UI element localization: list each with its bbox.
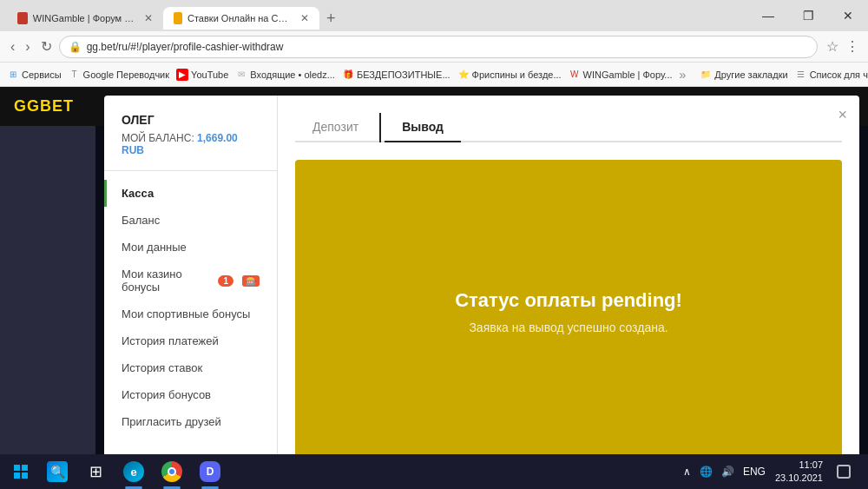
taskbar-up-arrow-icon[interactable]: ∧ xyxy=(681,466,694,478)
sidebar-casino-bonuses-label: Мои казино бонусы xyxy=(122,268,211,294)
new-tab-button[interactable]: + xyxy=(319,10,343,28)
bookmark-services[interactable]: ⊞ Сервисы xyxy=(7,69,62,81)
taskbar-search[interactable]: 🔍 xyxy=(38,454,76,489)
translate-icon: T xyxy=(69,69,81,81)
grid-icon: ⊞ xyxy=(7,69,19,81)
minimize-button[interactable]: — xyxy=(748,0,788,31)
modal-sidebar: ОЛЕГ МОЙ БАЛАНС: 1,669.00 RUB Касса Бала… xyxy=(104,96,278,480)
start-button[interactable] xyxy=(3,454,38,489)
bookmark-freespin[interactable]: ⭐ Фриспины и безде... xyxy=(457,69,562,81)
volume-icon[interactable]: 🔊 xyxy=(719,466,737,478)
sidebar-item-invite-friends[interactable]: Пригласить друзей xyxy=(104,408,277,435)
forward-button[interactable]: › xyxy=(22,37,33,56)
edge-icon: e xyxy=(123,461,144,482)
taskbar-notification-button[interactable] xyxy=(830,454,858,489)
taskbar-taskview[interactable]: ⊞ xyxy=(76,454,115,489)
bookmark-other-folders[interactable]: 📁 Другие закладки xyxy=(700,69,787,81)
bookmark-wingamble-label: WINGamble | Фору... xyxy=(583,69,673,80)
user-balance: МОЙ БАЛАНС: 1,669.00 RUB xyxy=(104,132,277,171)
bookmark-freespin-label: Фриспины и безде... xyxy=(472,69,562,80)
taskview-icon: ⊞ xyxy=(85,461,106,482)
sidebar-sport-bonuses-label: Мои спортивные бонусы xyxy=(122,307,250,320)
modal-body: ОЛЕГ МОЙ БАЛАНС: 1,669.00 RUB Касса Бала… xyxy=(104,96,859,480)
browser-chrome: WINGamble | Форум казино ✕ Ставки Онлайн… xyxy=(0,0,868,87)
sidebar-item-sport-bonuses[interactable]: Мои спортивные бонусы xyxy=(104,301,277,327)
window-controls: — ❐ ✕ xyxy=(748,0,868,31)
list-icon: ☰ xyxy=(795,69,807,81)
tab-deposit[interactable]: Депозит xyxy=(295,113,376,141)
address-text: gg.bet/ru/#!/player/profile-cashier-with… xyxy=(87,41,284,53)
sidebar-mydata-label: Мои данные xyxy=(122,241,187,254)
sidebar-bonus-history-label: История бонусов xyxy=(122,388,211,401)
wingamble-icon: W xyxy=(569,69,581,81)
bookmark-inbox[interactable]: ✉ Входящие • oledz... xyxy=(235,69,335,81)
youtube-icon: ▶ xyxy=(176,69,188,81)
cashier-modal: × ОЛЕГ МОЙ БАЛАНС: 1,669.00 RUB Касса Ба… xyxy=(104,96,859,480)
sidebar-item-bonus-history[interactable]: История бонусов xyxy=(104,381,277,408)
windows-logo-icon xyxy=(14,465,28,479)
taskbar: 🔍 ⊞ e D ∧ 🌐 🔊 ENG 11:07 23.10.2021 xyxy=(0,454,868,489)
mail-icon: ✉ xyxy=(235,69,247,81)
sidebar-invite-friends-label: Пригласить друзей xyxy=(122,415,221,428)
bookmark-services-label: Сервисы xyxy=(22,69,62,80)
browser-menu-button[interactable]: ⋮ xyxy=(844,36,861,56)
freespin-icon: ⭐ xyxy=(457,69,470,81)
nodepo-icon: 🎁 xyxy=(342,69,354,81)
bookmark-star-button[interactable]: ☆ xyxy=(825,36,840,56)
taskbar-discord[interactable]: D xyxy=(191,454,229,489)
casino-bonuses-badge: 1 xyxy=(218,275,233,287)
bookmark-other-label: Другие закладки xyxy=(714,69,787,80)
address-bar[interactable]: 🔒 gg.bet/ru/#!/player/profile-cashier-wi… xyxy=(59,36,818,58)
user-name: ОЛЕГ xyxy=(104,113,277,132)
close-button[interactable]: ✕ xyxy=(828,0,868,31)
bookmark-translate[interactable]: T Google Переводчик xyxy=(69,69,170,81)
maximize-button[interactable]: ❐ xyxy=(788,0,828,31)
tab-close-1[interactable]: ✕ xyxy=(144,12,153,24)
taskbar-clock[interactable]: 11:07 23.10.2021 xyxy=(772,459,826,486)
ggbet-logo: GGBET xyxy=(14,97,74,116)
network-icon[interactable]: 🌐 xyxy=(697,466,715,478)
bookmark-wingamble[interactable]: W WINGamble | Фору... xyxy=(569,69,673,81)
taskbar-chrome[interactable] xyxy=(153,454,191,489)
browser-action-buttons: ☆ ⋮ xyxy=(825,36,861,56)
sidebar-item-balance[interactable]: Баланс xyxy=(104,207,277,234)
taskbar-edge[interactable]: e xyxy=(115,454,153,489)
back-button[interactable]: ‹ xyxy=(7,37,18,56)
bookmark-reading-list[interactable]: ☰ Список для чтения xyxy=(795,69,868,81)
browser-tab-2[interactable]: Ставки Онлайн на Спорт и Киб... ✕ xyxy=(163,7,319,30)
taskbar-right: ∧ 🌐 🔊 ENG 11:07 23.10.2021 xyxy=(681,454,865,489)
bookmark-youtube[interactable]: ▶ YouTube xyxy=(176,69,228,81)
sidebar-item-casino-bonuses[interactable]: Мои казино бонусы 1 🎰 xyxy=(104,261,277,301)
browser-tab-1[interactable]: WINGamble | Форум казино ✕ xyxy=(7,7,163,30)
payment-status-area: Статус оплаты pending! Заявка на вывод у… xyxy=(295,160,842,463)
balance-label: МОЙ БАЛАНС: xyxy=(122,132,194,144)
tab-withdraw[interactable]: Вывод xyxy=(385,113,461,142)
main-content: GGBET × ОЛЕГ МОЙ БАЛАНС: 1,669.00 RUB Ка… xyxy=(0,87,868,489)
sidebar-item-payment-history[interactable]: История платежей xyxy=(104,327,277,354)
browser-nav-bar: ‹ › ↻ 🔒 gg.bet/ru/#!/player/profile-cash… xyxy=(0,31,868,63)
modal-close-button[interactable]: × xyxy=(838,106,847,124)
status-title: Статус оплаты pending! xyxy=(455,289,682,312)
refresh-button[interactable]: ↻ xyxy=(37,36,56,56)
language-indicator[interactable]: ENG xyxy=(740,466,768,478)
sidebar-item-kassa[interactable]: Касса xyxy=(104,180,277,207)
sidebar-bet-history-label: История ставок xyxy=(122,361,202,374)
bookmark-inbox-label: Входящие • oledz... xyxy=(250,69,335,80)
bookmark-reading-label: Список для чтения xyxy=(810,69,868,80)
discord-icon: D xyxy=(200,461,220,482)
status-subtitle: Заявка на вывод успешно создана. xyxy=(469,320,667,334)
bookmark-nodepo[interactable]: 🎁 БЕЗДЕПОЗИТНЫЕ... xyxy=(342,69,450,81)
sidebar-kassa-label: Касса xyxy=(122,187,154,200)
bookmarks-bar: ⊞ Сервисы T Google Переводчик ▶ YouTube … xyxy=(0,63,868,87)
casino-bonuses-badge-icon: 🎰 xyxy=(242,275,260,287)
tab-label-2: Ставки Онлайн на Спорт и Киб... xyxy=(187,13,292,23)
taskbar-time-value: 11:07 xyxy=(775,459,823,472)
bookmark-nodepo-label: БЕЗДЕПОЗИТНЫЕ... xyxy=(357,69,450,80)
sidebar-balance-label: Баланс xyxy=(122,214,160,227)
bookmark-more[interactable]: » xyxy=(680,68,687,82)
tab-close-2[interactable]: ✕ xyxy=(300,12,309,24)
folder-icon: 📁 xyxy=(700,69,712,81)
sidebar-item-mydata[interactable]: Мои данные xyxy=(104,234,277,261)
modal-main-panel: Депозит Вывод Статус оплаты pending! Зая… xyxy=(278,96,859,480)
sidebar-item-bet-history[interactable]: История ставок xyxy=(104,354,277,381)
